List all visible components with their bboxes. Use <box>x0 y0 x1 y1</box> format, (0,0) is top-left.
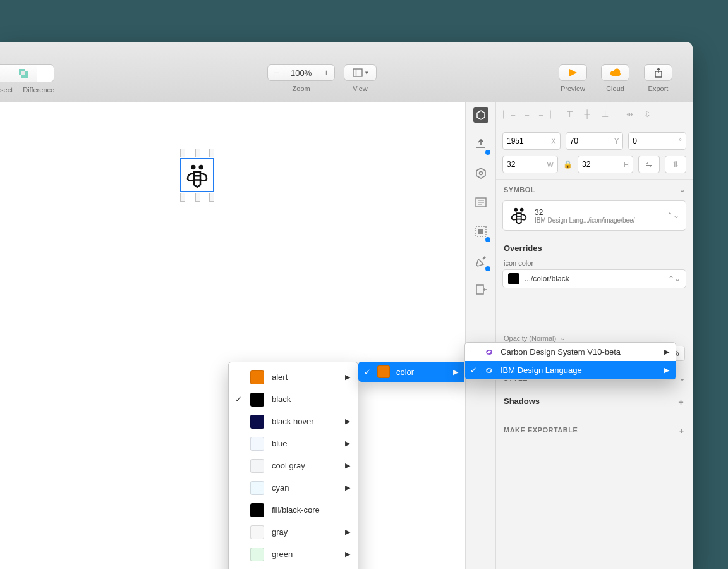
svg-point-22 <box>521 209 523 211</box>
svg-point-10 <box>200 166 203 169</box>
resize-handle[interactable] <box>180 193 185 202</box>
ds-menu-item-ibm[interactable]: ✓ IBM Design Language ▶ <box>465 361 676 379</box>
selection-tool-icon[interactable] <box>473 224 488 239</box>
chevron-icon: ⌃⌄ <box>668 274 681 283</box>
svg-rect-20 <box>476 285 483 294</box>
svg-rect-5 <box>21 71 25 75</box>
color-menu-item[interactable]: blue▶ <box>229 432 358 455</box>
y-field[interactable]: Y <box>566 132 624 150</box>
notification-dot <box>485 150 490 155</box>
symbol-section-header[interactable]: SYMBOL ⌄ <box>496 179 693 200</box>
distribute-v-icon[interactable]: ⇳ <box>640 107 654 121</box>
carbon-plugin-icon[interactable] <box>473 107 488 123</box>
color-menu-label: black <box>272 395 291 404</box>
preview-button[interactable] <box>559 64 587 81</box>
svg-point-9 <box>191 166 195 169</box>
rotation-field[interactable]: ° <box>628 132 686 150</box>
play-icon <box>568 68 578 77</box>
align-top-icon[interactable]: ⊤ <box>562 107 576 121</box>
export-icon <box>654 68 663 78</box>
upload-icon[interactable] <box>473 137 488 152</box>
library-link-icon <box>484 347 494 357</box>
color-swatch <box>250 459 264 473</box>
symbol-name: 32 <box>535 208 634 217</box>
color-submenu: alert▶✓blackblack hover▶blue▶cool gray▶c… <box>228 362 358 569</box>
cloud-button[interactable] <box>601 64 629 81</box>
color-swatch <box>250 437 264 451</box>
zoom-out-button[interactable]: − <box>268 65 284 80</box>
resize-handle[interactable] <box>209 193 214 202</box>
color-swatch <box>250 525 264 539</box>
align-hcenter-icon[interactable]: ≡ <box>520 107 534 121</box>
submenu-arrow-icon: ▶ <box>345 373 350 381</box>
intersect-button[interactable] <box>0 65 9 82</box>
library-link-icon <box>484 365 494 376</box>
color-menu-label: cyan <box>272 483 289 493</box>
exportable-section-header[interactable]: MAKE EXPORTABLE＋ <box>496 417 693 444</box>
bee-icon <box>509 206 528 225</box>
submenu-arrow-icon: ▶ <box>345 550 350 558</box>
color-menu-item[interactable]: gray▶ <box>229 521 358 543</box>
color-menu-item[interactable]: magenta▶ <box>229 565 358 569</box>
artboard-add-icon[interactable] <box>473 282 488 297</box>
flip-v-button[interactable]: ⥮ <box>665 156 686 173</box>
icon-color-field[interactable]: .../color/black ⌃⌄ <box>502 269 686 288</box>
color-swatch <box>508 273 519 284</box>
color-menu-label: green <box>272 549 293 559</box>
height-field[interactable]: H <box>578 156 633 173</box>
flip-h-button[interactable]: ⇋ <box>638 156 660 173</box>
color-menu-item[interactable]: black hover▶ <box>229 410 358 432</box>
zoom-in-button[interactable]: + <box>318 65 334 80</box>
align-right-icon[interactable]: ≡⎹ <box>538 107 552 121</box>
color-category-item[interactable]: ✓ color ▶ <box>358 362 464 382</box>
submenu-arrow-icon: ▶ <box>345 484 350 492</box>
svg-rect-6 <box>353 69 362 76</box>
zoom-control[interactable]: − 100% + <box>267 64 335 81</box>
distribute-h-icon[interactable]: ⇹ <box>622 107 636 121</box>
selected-symbol-instance[interactable] <box>180 158 214 192</box>
x-field[interactable]: X <box>502 132 561 150</box>
resize-handle[interactable] <box>209 149 214 157</box>
intersect-label: Intersect <box>0 86 13 94</box>
pen-tool-icon[interactable] <box>473 253 488 268</box>
color-swatch <box>250 370 264 384</box>
view-dropdown[interactable]: ▾ <box>344 64 377 81</box>
plus-icon[interactable]: ＋ <box>677 396 685 408</box>
cloud-label: Cloud <box>601 85 629 92</box>
color-menu-item[interactable]: green▶ <box>229 543 358 565</box>
zoom-value: 100% <box>284 68 318 78</box>
color-menu-item[interactable]: ✓black <box>229 388 358 410</box>
width-field[interactable]: W <box>502 156 558 173</box>
plus-icon[interactable]: ＋ <box>678 426 686 436</box>
cloud-icon <box>609 68 622 77</box>
toolbar: Intersect Difference − 100% + Zoom ▾ Vie… <box>0 42 693 102</box>
resize-handle[interactable] <box>195 149 200 157</box>
submenu-arrow-icon: ▶ <box>345 462 350 470</box>
color-menu-item[interactable]: cyan▶ <box>229 477 358 499</box>
chevron-down-icon: ⌄ <box>679 186 686 194</box>
notification-dot <box>485 237 490 242</box>
shadows-row[interactable]: Shadows＋ <box>496 391 693 417</box>
color-menu-label: gray <box>272 527 288 537</box>
symbol-picker[interactable]: 32 IBM Design Lang.../icon/image/bee/ ⌃⌄ <box>502 200 686 231</box>
ds-menu-item-carbon[interactable]: Carbon Design System V10-beta ▶ <box>465 343 676 361</box>
notification-dot <box>485 266 490 271</box>
align-left-icon[interactable]: ⎸≡ <box>502 107 516 121</box>
submenu-arrow-icon: ▶ <box>345 417 350 425</box>
color-menu-item[interactable]: cool gray▶ <box>229 455 358 477</box>
lock-icon[interactable]: 🔒 <box>563 160 573 169</box>
color-menu-item[interactable]: alert▶ <box>229 366 358 388</box>
color-swatch <box>250 481 264 495</box>
color-menu-item[interactable]: fill/black-core <box>229 499 358 521</box>
resize-handle[interactable] <box>180 149 185 157</box>
text-panel-icon[interactable] <box>473 195 488 210</box>
align-bottom-icon[interactable]: ⊥ <box>598 107 612 121</box>
align-vcenter-icon[interactable]: ┼ <box>580 107 594 121</box>
settings-icon[interactable] <box>473 166 488 181</box>
boolean-ops-group <box>0 64 54 82</box>
resize-handle[interactable] <box>195 193 200 202</box>
color-swatch <box>250 393 264 407</box>
difference-button[interactable] <box>9 65 37 82</box>
color-menu-label: cool gray <box>272 461 305 470</box>
export-button[interactable] <box>644 64 672 81</box>
